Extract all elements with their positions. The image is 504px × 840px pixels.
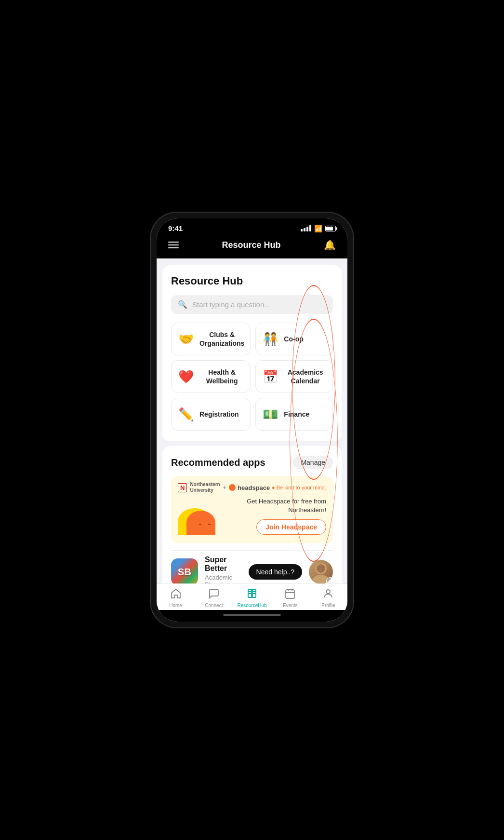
category-coop-button[interactable]: 🧑‍🤝‍🧑 Co-op xyxy=(255,323,333,355)
nav-profile[interactable]: Profile xyxy=(309,588,347,608)
registration-label: Registration xyxy=(199,410,239,419)
recommended-title: Recommended apps xyxy=(171,457,265,468)
wifi-icon: 📶 xyxy=(314,225,322,232)
main-content[interactable]: Resource Hub 🔍 Start typing a question..… xyxy=(157,258,347,583)
superbetter-name: Super Better xyxy=(205,555,242,573)
academics-icon: 📅 xyxy=(262,369,279,384)
hamburger-menu-button[interactable] xyxy=(168,242,179,248)
superbetter-icon: SB xyxy=(171,558,198,583)
headspace-illustration xyxy=(178,496,221,535)
nav-events[interactable]: Events xyxy=(271,588,309,608)
search-icon: 🔍 xyxy=(178,300,187,309)
svg-rect-3 xyxy=(286,590,294,598)
avatar-close-icon[interactable]: ✕ xyxy=(326,577,333,583)
nav-connect[interactable]: Connect xyxy=(195,588,233,608)
need-help-bubble[interactable]: Need help..? xyxy=(249,564,302,580)
headspace-eye-right xyxy=(208,524,211,525)
status-icons: 📶 xyxy=(301,225,336,232)
category-grid: 🤝 Clubs & Organizations 🧑‍🤝‍🧑 Co-op ❤️ H… xyxy=(171,323,333,431)
nav-resourcehub[interactable]: ResourceHub xyxy=(233,588,271,608)
svg-point-7 xyxy=(326,590,330,594)
headspace-eyes xyxy=(199,524,211,525)
app-header: Resource Hub 🔔 xyxy=(157,235,347,258)
superbetter-info: Super Better Academic Planning xyxy=(205,555,242,583)
chat-avatar[interactable]: ✕ xyxy=(309,560,333,583)
coop-icon: 🧑‍🤝‍🧑 xyxy=(262,332,279,347)
northeastern-name: NortheasternUniversity xyxy=(190,482,220,493)
home-nav-icon xyxy=(170,588,182,601)
home-nav-label: Home xyxy=(169,603,182,608)
sb-initials: SB xyxy=(178,567,191,578)
health-icon: ❤️ xyxy=(177,369,195,384)
recommended-apps-card: Recommended apps Manage N NortheasternUn… xyxy=(162,446,342,583)
signal-icon xyxy=(301,225,311,231)
category-academics-button[interactable]: 📅 Academics Calendar xyxy=(255,360,333,393)
events-nav-label: Events xyxy=(283,603,298,608)
manage-button[interactable]: Manage xyxy=(293,456,333,469)
profile-nav-label: Profile xyxy=(321,603,335,608)
resourcehub-nav-label: ResourceHub xyxy=(237,603,266,608)
profile-nav-icon xyxy=(322,588,334,601)
finance-label: Finance xyxy=(284,410,309,419)
headspace-logos: N NortheasternUniversity + headspace xyxy=(178,482,270,493)
category-registration-button[interactable]: ✏️ Registration xyxy=(171,398,251,431)
headspace-tagline: Be kind to your mind. xyxy=(272,485,326,490)
notification-bell-icon[interactable]: 🔔 xyxy=(324,239,336,251)
superbetter-icon-box: SB xyxy=(171,558,198,583)
headspace-name: headspace xyxy=(238,484,270,491)
headspace-top: N NortheasternUniversity + headspace Be … xyxy=(171,476,333,496)
connect-nav-label: Connect xyxy=(205,603,223,608)
join-headspace-button[interactable]: Join Headspace xyxy=(256,519,326,535)
resource-hub-card-title: Resource Hub xyxy=(171,275,333,287)
superbetter-list-item[interactable]: SB Super Better Academic Planning Need h… xyxy=(171,550,333,583)
events-nav-icon xyxy=(284,588,296,601)
connect-nav-icon xyxy=(208,588,220,601)
recommended-header: Recommended apps Manage xyxy=(171,456,333,469)
headspace-body: Get Headspace for free from Northeastern… xyxy=(171,496,333,542)
search-input-placeholder: Start typing a question... xyxy=(192,300,270,309)
health-label: Health & Wellbeing xyxy=(199,368,244,385)
coop-label: Co-op xyxy=(284,335,303,343)
status-bar: 9:41 📶 xyxy=(157,218,347,235)
svg-point-2 xyxy=(317,564,325,573)
category-finance-button[interactable]: 💵 Finance xyxy=(255,398,333,431)
headspace-face xyxy=(186,511,215,535)
plus-icon: + xyxy=(223,485,226,490)
phone-wrapper: 9:41 📶 Resource Hub 🔔 xyxy=(151,213,353,627)
headspace-banner[interactable]: N NortheasternUniversity + headspace Be … xyxy=(171,476,333,543)
finance-icon: 💵 xyxy=(262,407,279,422)
headspace-eye-left xyxy=(199,524,201,525)
battery-icon xyxy=(325,226,336,231)
resourcehub-nav-icon xyxy=(246,588,258,601)
resource-hub-card: Resource Hub 🔍 Start typing a question..… xyxy=(162,265,342,441)
academics-label: Academics Calendar xyxy=(284,368,327,385)
home-bar xyxy=(223,614,281,616)
clubs-icon: 🤝 xyxy=(177,332,195,347)
northeastern-logo: N xyxy=(178,483,187,492)
home-indicator xyxy=(157,610,347,622)
headspace-description: Get Headspace for free from Northeastern… xyxy=(226,497,326,515)
headspace-text: Get Headspace for free from Northeastern… xyxy=(226,497,326,535)
status-time: 9:41 xyxy=(168,224,183,232)
registration-icon: ✏️ xyxy=(177,407,195,422)
headspace-logo: headspace xyxy=(229,484,270,491)
phone-screen: 9:41 📶 Resource Hub 🔔 xyxy=(157,218,347,622)
category-clubs-button[interactable]: 🤝 Clubs & Organizations xyxy=(171,323,251,355)
superbetter-subtitle: Academic Planning xyxy=(205,574,242,583)
clubs-label: Clubs & Organizations xyxy=(199,330,244,348)
search-bar[interactable]: 🔍 Start typing a question... xyxy=(171,295,333,314)
nav-home[interactable]: Home xyxy=(157,588,195,608)
category-health-button[interactable]: ❤️ Health & Wellbeing xyxy=(171,360,251,393)
bottom-nav: Home Connect ResourceHub xyxy=(157,583,347,610)
app-header-title: Resource Hub xyxy=(222,240,280,250)
